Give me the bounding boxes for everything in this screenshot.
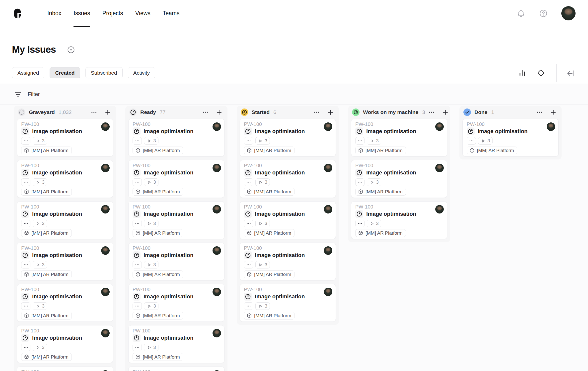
sub-issues-button[interactable]: 3: [255, 302, 270, 310]
issue-more-button[interactable]: [355, 178, 365, 186]
issue-more-button[interactable]: [21, 261, 30, 268]
issue-status-clock-icon[interactable]: [21, 293, 29, 301]
column-more-icon[interactable]: [314, 109, 320, 115]
project-label-pill[interactable]: [MM] AR Platform: [133, 229, 183, 237]
sub-issues-button[interactable]: 3: [367, 137, 381, 145]
column-more-icon[interactable]: [202, 109, 208, 115]
issue-card[interactable]: PW-100 Image optimisation 3 [MM] AR Plat…: [240, 284, 336, 322]
sub-issues-button[interactable]: 3: [255, 261, 270, 268]
issue-card[interactable]: PW-100 Image optimisation 3 [MM] AR Plat…: [17, 367, 113, 371]
issue-card[interactable]: PW-100 Image optimisation 3 [MM] AR Plat…: [240, 243, 336, 280]
issue-status-clock-icon[interactable]: [355, 127, 363, 135]
issue-status-clock-icon[interactable]: [133, 251, 141, 259]
sub-issues-button[interactable]: 3: [255, 220, 270, 227]
nav-item-issues[interactable]: Issues: [74, 0, 90, 27]
issue-more-button[interactable]: [244, 261, 253, 268]
project-label-pill[interactable]: [MM] AR Platform: [355, 188, 406, 196]
issue-card[interactable]: PW-100 Image optimisation 3 [MM] AR Plat…: [240, 201, 336, 239]
issue-more-button[interactable]: [133, 220, 142, 227]
issue-more-button[interactable]: [133, 302, 142, 310]
issue-more-button[interactable]: [21, 220, 30, 227]
project-label-pill[interactable]: [MM] AR Platform: [21, 229, 72, 237]
issue-status-clock-icon[interactable]: [244, 169, 252, 177]
issue-card[interactable]: PW-100 Image optimisation 3 [MM] AR Plat…: [240, 160, 336, 198]
project-label-pill[interactable]: [MM] AR Platform: [244, 229, 294, 237]
project-label-pill[interactable]: [MM] AR Platform: [244, 312, 294, 319]
sub-issues-button[interactable]: 3: [144, 137, 158, 145]
issue-card[interactable]: PW-100 Image optimisation 3 [MM] AR Plat…: [351, 119, 447, 157]
diamond-icon[interactable]: [537, 69, 545, 77]
issue-card[interactable]: PW-100 Image optimisation 3 [MM] AR Plat…: [17, 243, 113, 280]
sub-issues-button[interactable]: 3: [33, 344, 47, 351]
issue-status-clock-icon[interactable]: [21, 334, 29, 342]
issue-status-clock-icon[interactable]: [244, 127, 252, 135]
sub-issues-button[interactable]: 3: [144, 261, 158, 268]
project-label-pill[interactable]: [MM] AR Platform: [355, 229, 406, 237]
issue-card[interactable]: PW-100 Image optimisation 3 [MM] AR Plat…: [128, 243, 224, 280]
issue-more-button[interactable]: [21, 302, 30, 310]
tab-assigned[interactable]: Assigned: [12, 67, 44, 78]
notifications-bell-icon[interactable]: [516, 9, 525, 18]
project-label-pill[interactable]: [MM] AR Platform: [133, 188, 183, 196]
issue-status-clock-icon[interactable]: [133, 293, 141, 301]
issue-status-clock-icon[interactable]: [133, 334, 141, 342]
issue-status-clock-icon[interactable]: [355, 169, 363, 177]
issue-status-clock-icon[interactable]: [21, 210, 29, 218]
issue-more-button[interactable]: [355, 137, 365, 145]
issue-more-button[interactable]: [355, 220, 365, 227]
issue-card[interactable]: PW-100 Image optimisation 3 [MM] AR Plat…: [17, 284, 113, 322]
project-label-pill[interactable]: [MM] AR Platform: [133, 312, 183, 319]
sub-issues-button[interactable]: 3: [33, 137, 47, 145]
issue-status-clock-icon[interactable]: [133, 169, 141, 177]
issue-more-button[interactable]: [133, 261, 142, 268]
issue-status-clock-icon[interactable]: [244, 251, 252, 259]
column-add-issue-icon[interactable]: [550, 109, 557, 116]
column-more-icon[interactable]: [91, 109, 97, 115]
tab-activity[interactable]: Activity: [128, 67, 155, 78]
issue-more-button[interactable]: [244, 137, 253, 145]
issue-more-button[interactable]: [244, 220, 253, 227]
project-label-pill[interactable]: [MM] AR Platform: [133, 270, 183, 278]
issue-card[interactable]: PW-100 Image optimisation 3 [MM] AR Plat…: [128, 119, 224, 157]
project-label-pill[interactable]: [MM] AR Platform: [133, 147, 183, 154]
issue-status-clock-icon[interactable]: [133, 127, 141, 135]
issue-status-clock-icon[interactable]: [244, 293, 252, 301]
column-add-issue-icon[interactable]: [216, 109, 222, 116]
filter-button[interactable]: Filter: [28, 91, 40, 98]
column-add-issue-icon[interactable]: [442, 109, 449, 116]
issue-card[interactable]: PW-100 Image optimisation 3 [MM] AR Plat…: [462, 119, 559, 157]
issue-more-button[interactable]: [21, 344, 30, 351]
issue-status-clock-icon[interactable]: [355, 210, 363, 218]
issue-card[interactable]: PW-100 Image optimisation 3 [MM] AR Plat…: [351, 201, 447, 239]
project-label-pill[interactable]: [MM] AR Platform: [244, 188, 294, 196]
issue-card[interactable]: PW-100 Image optimisation 3 [MM] AR Plat…: [17, 119, 113, 157]
issue-status-clock-icon[interactable]: [21, 251, 29, 259]
issue-more-button[interactable]: [133, 344, 142, 351]
issue-status-clock-icon[interactable]: [467, 127, 475, 135]
issue-status-clock-icon[interactable]: [21, 169, 29, 177]
nav-item-projects[interactable]: Projects: [102, 0, 123, 27]
nav-item-views[interactable]: Views: [135, 0, 150, 27]
issue-card[interactable]: PW-100 Image optimisation 3 [MM] AR Plat…: [128, 160, 224, 198]
sub-issues-button[interactable]: 3: [144, 178, 158, 186]
column-add-issue-icon[interactable]: [104, 109, 111, 116]
issue-status-clock-icon[interactable]: [21, 127, 29, 135]
issue-more-button[interactable]: [133, 178, 142, 186]
sub-issues-button[interactable]: 3: [144, 302, 158, 310]
issue-card[interactable]: PW-100 Image optimisation 3 [MM] AR Plat…: [17, 325, 113, 363]
sub-issues-button[interactable]: 3: [144, 344, 158, 351]
project-label-pill[interactable]: [MM] AR Platform: [21, 312, 72, 319]
collapse-panel-icon[interactable]: [566, 69, 576, 78]
sub-issues-button[interactable]: 3: [33, 220, 47, 227]
issue-card[interactable]: PW-100 Image optimisation 3 [MM] AR Plat…: [351, 160, 447, 198]
help-icon[interactable]: [539, 9, 548, 18]
project-label-pill[interactable]: [MM] AR Platform: [21, 353, 72, 361]
user-avatar[interactable]: [561, 6, 576, 20]
issue-card[interactable]: PW-100 Image optimisation 3 [MM] AR Plat…: [17, 201, 113, 239]
project-label-pill[interactable]: [MM] AR Platform: [21, 270, 72, 278]
issue-status-clock-icon[interactable]: [133, 210, 141, 218]
project-label-pill[interactable]: [MM] AR Platform: [467, 147, 517, 154]
nav-item-inbox[interactable]: Inbox: [47, 0, 61, 27]
issue-card[interactable]: PW-100 Image optimisation 3 [MM] AR Plat…: [128, 325, 224, 363]
sub-issues-button[interactable]: 3: [33, 178, 47, 186]
